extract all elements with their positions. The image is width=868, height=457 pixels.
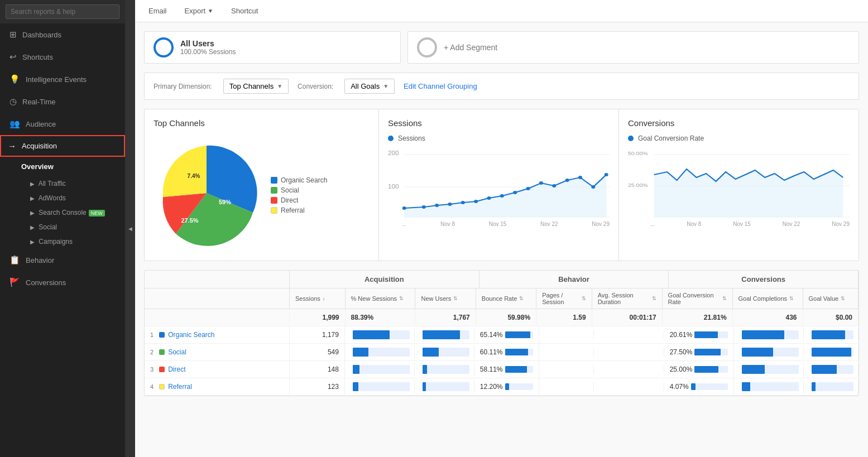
cell-pages [539, 348, 594, 357]
sidebar-item-intelligence[interactable]: 💡 Intelligence Events [0, 68, 125, 90]
sidebar-sub-overview[interactable]: Overview [0, 157, 125, 176]
acquisition-icon: → [8, 141, 16, 151]
svg-text:59%: 59% [219, 199, 231, 205]
channel-link[interactable]: Social [168, 348, 186, 356]
cell-goal-comp [734, 363, 804, 376]
col-sessions[interactable]: Sessions ↓ [290, 288, 346, 309]
totals-pages: 1.59 [536, 309, 592, 326]
cell-new-users [415, 328, 474, 341]
table-row: 4 Referral 123 12.20% 4.07% [145, 378, 859, 396]
col-duration[interactable]: Avg. Session Duration ⇅ [592, 288, 663, 309]
col-goal-val[interactable]: Goal Value ⇅ [803, 288, 859, 309]
dimension-row: Primary Dimension: Top Channels ▼ Conver… [144, 73, 859, 100]
row-number: 1 [150, 331, 154, 338]
sidebar-sub-search-console[interactable]: ▶ Search ConsoleNEW [0, 205, 125, 220]
table-row: 3 Direct 148 58.11% 25.00% [145, 361, 859, 378]
col-channel[interactable] [145, 288, 290, 309]
sidebar-item-realtime[interactable]: ◷ Real-Time [0, 90, 125, 113]
conversion-select[interactable]: All Goals ▼ [344, 79, 395, 94]
email-button[interactable]: Email [144, 4, 171, 17]
svg-point-22 [578, 176, 582, 179]
cell-new-users [415, 363, 474, 376]
col-new-users[interactable]: New Users ⇅ [415, 288, 476, 309]
search-input[interactable] [6, 4, 119, 19]
col-pct-new[interactable]: % New Sessions ⇅ [346, 288, 416, 309]
totals-duration: 00:01:17 [592, 309, 663, 326]
sidebar-item-dashboards[interactable]: ⊞ Dashboards [0, 23, 125, 46]
svg-point-20 [552, 184, 556, 187]
sidebar-sub-campaigns[interactable]: ▶ Campaigns [0, 234, 125, 249]
totals-row: 1,999 88.39% 1,767 59.98% 1.59 00:01:17 … [145, 309, 859, 326]
cell-channel-name: 4 Referral [145, 378, 290, 395]
chart-legend: Organic Search Social Direct Referr [271, 176, 327, 214]
legend-dot-direct [271, 197, 277, 204]
segment-card-all-users: All Users 100.00% Sessions [144, 31, 401, 64]
svg-text:25.00%: 25.00% [628, 182, 648, 188]
channel-color-dot [159, 332, 165, 338]
shortcut-button[interactable]: Shortcut [227, 4, 262, 17]
sidebar-item-audience[interactable]: 👥 Audience [0, 113, 125, 135]
col-goal-rate[interactable]: Goal Conversion Rate ⇅ [663, 288, 733, 309]
svg-text:27.5%: 27.5% [181, 217, 198, 224]
conversions-x-labels: ... Nov 8 Nov 15 Nov 22 Nov 29 [628, 221, 850, 227]
col-bounce[interactable]: Bounce Rate ⇅ [476, 288, 536, 309]
table-row: 1 Organic Search 1,179 65.14% 20.61% [145, 326, 859, 344]
sidebar-item-conversions[interactable]: 🚩 Conversions [0, 271, 125, 294]
sidebar-item-behavior[interactable]: 📋 Behavior [0, 249, 125, 271]
edit-channel-grouping-link[interactable]: Edit Channel Grouping [404, 82, 477, 90]
add-segment-button[interactable]: + Add Segment [407, 31, 859, 64]
export-label: Export [185, 7, 206, 15]
sessions-svg: 200 100 [388, 147, 610, 219]
conversions-metric-dot [628, 136, 634, 141]
col-pages[interactable]: Pages / Session ⇅ [536, 288, 592, 309]
legend-direct: Direct [271, 196, 327, 204]
col-goal-comp[interactable]: Goal Completions ⇅ [733, 288, 803, 309]
cell-pages [539, 382, 594, 391]
channel-link[interactable]: Organic Search [168, 331, 214, 339]
svg-text:7.4%: 7.4% [188, 173, 200, 179]
shortcuts-icon: ↩ [9, 52, 17, 62]
sidebar-item-shortcuts[interactable]: ↩ Shortcuts [0, 46, 125, 68]
sidebar-item-label: Intelligence Events [26, 75, 87, 84]
export-button[interactable]: Export ▼ [180, 4, 218, 17]
channel-color-dot [159, 384, 165, 389]
svg-point-9 [402, 206, 406, 210]
pie-container: 59% 27.5% 7.4% Organic Search Social [154, 134, 370, 252]
conversions-icon: 🚩 [9, 277, 20, 287]
cell-sessions: 148 [290, 361, 345, 378]
channel-link[interactable]: Referral [168, 383, 192, 391]
sidebar-item-label: Behavior [26, 256, 54, 264]
behavior-icon: 📋 [9, 255, 20, 265]
sidebar-collapse-handle[interactable]: ◀ [125, 0, 135, 457]
svg-point-19 [539, 181, 543, 185]
sidebar-sub-adwords[interactable]: ▶ AdWords [0, 191, 125, 205]
sidebar-sub-all-traffic[interactable]: ▶ All Traffic [0, 176, 125, 191]
cell-duration [594, 348, 664, 357]
cell-bounce: 65.14% [474, 326, 539, 343]
row-number: 3 [150, 366, 154, 373]
legend-dot-social [271, 187, 277, 194]
primary-dim-select[interactable]: Top Channels ▼ [223, 79, 289, 94]
sidebar-item-label: Audience [26, 120, 56, 128]
cell-goal-rate: 27.50% [664, 344, 734, 360]
export-arrow-icon: ▼ [208, 8, 213, 14]
cell-goal-comp [734, 380, 804, 393]
sidebar-sub-social[interactable]: ▶ Social [0, 220, 125, 234]
channel-color-dot [159, 349, 165, 355]
cell-goal-comp [734, 345, 804, 359]
conversions-chart-title: Conversions [628, 118, 850, 128]
sidebar-item-acquisition[interactable]: → Acquisition [0, 135, 125, 157]
cell-goal-val [804, 380, 859, 393]
svg-point-11 [435, 204, 439, 207]
legend-organic-search: Organic Search [271, 176, 327, 184]
totals-label [145, 313, 290, 322]
pie-chart: 59% 27.5% 7.4% [154, 140, 260, 246]
svg-point-12 [448, 203, 452, 206]
channel-link[interactable]: Direct [168, 365, 185, 373]
sidebar-item-label: Real-Time [22, 98, 55, 106]
conversions-panel: Conversions Goal Conversion Rate 50.00% … [619, 109, 859, 261]
row-number: 4 [150, 383, 154, 390]
sidebar-item-label: Dashboards [22, 31, 61, 39]
totals-goal-val: $0.00 [803, 309, 859, 326]
channel-color-dot [159, 367, 165, 372]
